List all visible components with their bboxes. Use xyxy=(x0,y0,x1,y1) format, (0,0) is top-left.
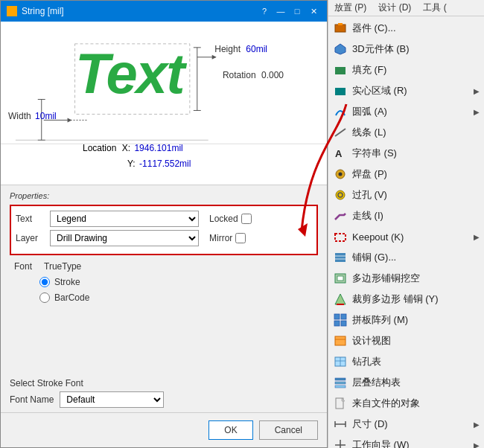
menu-item-via[interactable]: 过孔 (V) xyxy=(328,185,484,205)
stroke-title: Select Stroke Font xyxy=(10,378,318,388)
svg-point-23 xyxy=(336,191,345,199)
close-btn[interactable]: ✕ xyxy=(306,4,321,19)
menu-item-copper-label: 铺铜 (G)... xyxy=(352,251,480,264)
text-prop-select[interactable]: Legend xyxy=(50,211,199,227)
svg-text:A: A xyxy=(335,148,343,159)
menu-item-arc-label: 圆弧 (A) xyxy=(352,105,469,118)
cancel-button[interactable]: Cancel xyxy=(259,420,318,440)
arc-icon xyxy=(333,104,348,119)
menu-item-design-view-label: 设计视图 xyxy=(352,334,480,348)
poly-cut-icon xyxy=(333,292,348,307)
barcode-radio[interactable] xyxy=(39,292,50,303)
location-y-value: -1117.552mil xyxy=(139,159,191,169)
menu-tab-design[interactable]: 设计 (D) xyxy=(372,0,417,16)
menu-item-layer-stack[interactable]: 层叠结构表 xyxy=(328,372,484,393)
menu-item-poly-cutout-label: 多边形铺铜挖空 xyxy=(352,272,480,285)
font-name-label: Font Name xyxy=(10,394,54,405)
menu-item-copper[interactable]: 铺铜 (G)... xyxy=(328,247,484,268)
menu-tab-place[interactable]: 放置 (P) xyxy=(328,0,372,16)
keepout-icon xyxy=(333,229,348,244)
right-panel: 放置 (P) 设计 (D) 工具 ( 器件 (C)... 3D元件体 (B) xyxy=(328,0,484,448)
menu-item-design-view[interactable]: 设计视图 xyxy=(328,330,484,351)
menu-item-string[interactable]: A 字符串 (S) xyxy=(328,143,484,164)
preview-area: Text Width 10mil Height 60mil Rotation 0… xyxy=(1,22,327,185)
location-x-row: Location X: 1946.101mil xyxy=(83,141,191,157)
menu-item-poly-cut-label: 裁剪多边形 铺铜 (Y) xyxy=(352,292,480,306)
menu-item-keepout[interactable]: Keepout (K) ▶ xyxy=(328,226,484,247)
barcode-label: BarCode xyxy=(54,292,89,303)
svg-marker-4 xyxy=(68,118,72,122)
width-text: Width xyxy=(8,111,31,121)
dialog-icon xyxy=(7,6,17,16)
text-preview: Text xyxy=(75,45,183,102)
menu-titlebar: 放置 (P) 设计 (D) 工具 ( xyxy=(328,0,484,16)
barcode-row: BarCode xyxy=(10,291,318,304)
svg-rect-14 xyxy=(335,25,346,32)
svg-rect-15 xyxy=(338,23,343,25)
text-prop-row: Text Legend Locked xyxy=(16,211,312,227)
properties-box: Text Legend Locked Layer Drill Drawing M… xyxy=(10,205,318,255)
fill-icon xyxy=(333,63,348,77)
svg-rect-35 xyxy=(334,321,340,326)
menu-item-solid-region[interactable]: 实心区域 (R) ▶ xyxy=(328,80,484,101)
svg-marker-31 xyxy=(335,294,346,304)
keepout-arrow: ▶ xyxy=(474,233,480,241)
menu-tab-tools[interactable]: 工具 ( xyxy=(417,0,452,16)
menu-item-dimension[interactable]: 尺寸 (D) ▶ xyxy=(328,414,484,435)
titlebar-left: String [mil] xyxy=(7,6,64,16)
drill-table-icon xyxy=(333,354,348,369)
menu-item-component-label: 器件 (C)... xyxy=(352,22,480,35)
location-x-value: 1946.101mil xyxy=(134,143,182,153)
location-text: Location xyxy=(83,143,116,153)
menu-item-3dbody[interactable]: 3D元件体 (B) xyxy=(328,39,484,60)
width-value: 10mil xyxy=(35,111,57,121)
mirror-checkbox[interactable] xyxy=(235,233,246,243)
font-value: TrueType xyxy=(44,261,81,272)
menu-item-coordinate[interactable]: 工作向导 (W) ▶ xyxy=(328,435,484,448)
font-row: Font TrueType xyxy=(10,260,318,273)
stroke-radio[interactable] xyxy=(39,277,50,287)
track-icon xyxy=(333,208,348,223)
rotation-value: 0.000 xyxy=(261,70,284,80)
menu-item-line[interactable]: 线条 (L) xyxy=(328,122,484,143)
menu-item-poly-cut[interactable]: 裁剪多边形 铺铜 (Y) xyxy=(328,289,484,310)
ok-button[interactable]: OK xyxy=(208,420,252,440)
question-btn[interactable]: ? xyxy=(257,4,272,19)
menu-item-drill-table[interactable]: 钻孔表 xyxy=(328,351,484,372)
locked-checkbox[interactable] xyxy=(241,214,252,224)
svg-rect-17 xyxy=(335,67,346,74)
height-label: Height 60mil xyxy=(214,44,267,54)
location-y-label: Y: xyxy=(127,159,136,169)
layer-prop-select[interactable]: Drill Drawing xyxy=(50,230,199,246)
svg-rect-36 xyxy=(341,321,346,326)
font-name-select[interactable]: Default xyxy=(60,391,164,408)
menu-item-track[interactable]: 走线 (I) xyxy=(328,205,484,226)
menu-item-poly-cutout[interactable]: 多边形铺铜挖空 xyxy=(328,268,484,289)
dialog-titlebar: String [mil] ? — □ ✕ xyxy=(1,1,327,22)
menu-item-component[interactable]: 器件 (C)... xyxy=(328,18,484,39)
location-y-row: Y: -1117.552mil xyxy=(83,156,191,173)
svg-rect-18 xyxy=(335,88,346,95)
menu-item-panel-array[interactable]: 拼板阵列 (M) xyxy=(328,310,484,330)
titlebar-buttons: ? — □ ✕ xyxy=(257,4,321,19)
locked-row: Locked xyxy=(209,214,252,224)
svg-point-22 xyxy=(339,173,343,176)
location-area: Location X: 1946.101mil Y: -1117.552mil xyxy=(83,141,191,173)
dimension-icon xyxy=(333,417,348,432)
menu-item-arc[interactable]: 圆弧 (A) ▶ xyxy=(328,101,484,122)
coordinate-icon xyxy=(333,438,348,448)
menu-item-fill[interactable]: 填充 (F) xyxy=(328,60,484,80)
svg-line-19 xyxy=(335,129,346,136)
component-icon xyxy=(333,21,348,36)
menu-item-pad[interactable]: 焊盘 (P) xyxy=(328,164,484,185)
menu-item-file-object[interactable]: 来自文件的对象 xyxy=(328,393,484,414)
maximize-btn[interactable]: □ xyxy=(290,4,305,19)
minimize-btn[interactable]: — xyxy=(273,4,288,19)
dialog-title: String [mil] xyxy=(22,6,64,16)
stroke-label: Stroke xyxy=(54,277,80,287)
dimension-arrow: ▶ xyxy=(474,420,480,429)
svg-rect-44 xyxy=(335,385,346,388)
menu-item-drill-table-label: 钻孔表 xyxy=(352,355,480,368)
stroke-section: Select Stroke Font Font Name Default xyxy=(1,374,327,412)
menu-item-line-label: 线条 (L) xyxy=(352,126,480,139)
